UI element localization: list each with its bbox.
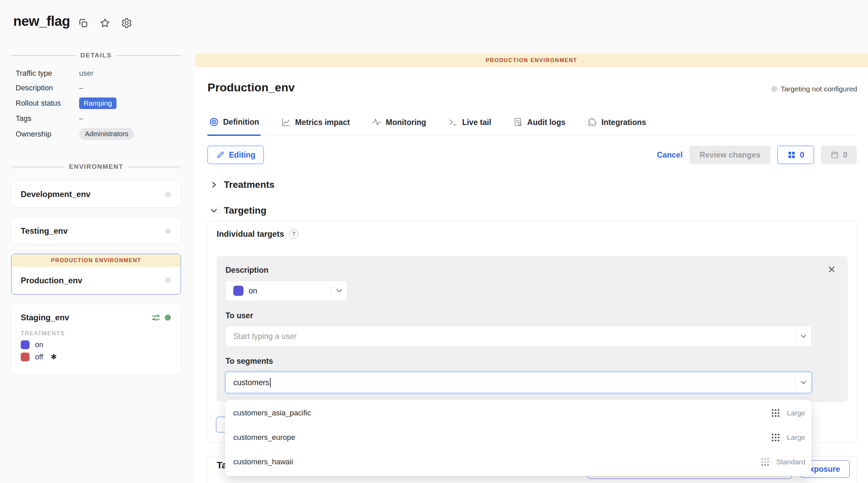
tab-live-tail[interactable]: Live tail [447, 114, 493, 135]
detail-row-description: Description – [16, 84, 175, 92]
tab-metrics-impact[interactable]: Metrics impact [279, 114, 351, 135]
details-divider: DETAILS [11, 52, 181, 59]
review-changes-label: Review changes [700, 150, 760, 160]
standard-segment-icon [760, 457, 770, 467]
treatments-section-header[interactable]: Treatments [210, 179, 274, 190]
detail-value: – [79, 84, 83, 92]
to-user-label: To user [225, 311, 253, 320]
segments-typed-value: customers [233, 378, 269, 387]
env-name: Staging_env [21, 313, 69, 322]
to-user-input-wrap [225, 326, 812, 347]
changes-count-button[interactable]: 0 [777, 146, 814, 164]
status-dot-icon [771, 86, 777, 92]
env-card-testing[interactable]: Testing_env [11, 218, 181, 244]
env-status-dot [165, 278, 171, 283]
app-root: new_flag DETAILS Traffic type user Descr… [0, 0, 868, 483]
pulse-icon [372, 117, 382, 127]
select-divider [331, 285, 331, 297]
tab-label: Audit logs [527, 118, 565, 127]
detail-label: Description [16, 84, 79, 92]
scheduled-count: 0 [843, 150, 848, 160]
banner-text: PRODUCTION ENVIRONMENT [486, 57, 577, 64]
detail-value: user [79, 69, 94, 78]
tab-label: Monitoring [386, 118, 426, 127]
segment-name: customers_asia_pacific [233, 409, 311, 417]
treatment-row-off: off ✱ [12, 349, 181, 361]
detail-row-traffic-type: Traffic type user [16, 69, 175, 78]
chevron-down-icon[interactable] [799, 378, 808, 387]
targeting-status: Targeting not configured [771, 85, 857, 93]
segment-size-label: Standard [776, 458, 805, 466]
chevron-down-icon[interactable] [799, 332, 808, 341]
copy-icon[interactable] [77, 17, 89, 29]
environment-heading: ENVIRONMENT [69, 163, 123, 171]
env-status-dot-active [165, 315, 171, 321]
segment-option-europe[interactable]: customers_europe Large [225, 425, 811, 450]
tab-audit-logs[interactable]: Audit logs [512, 114, 567, 135]
production-banner-text: PRODUCTION ENVIRONMENT [51, 257, 141, 264]
segment-name: customers_europe [233, 433, 295, 442]
select-divider [795, 376, 796, 389]
production-banner: PRODUCTION ENVIRONMENT [12, 254, 181, 267]
editing-button[interactable]: Editing [207, 146, 264, 164]
chevron-right-icon [210, 180, 218, 189]
to-segments-label: To segments [225, 357, 273, 366]
text-caret [270, 378, 271, 387]
env-status-dot [165, 192, 171, 197]
treatment-label: off [35, 353, 43, 361]
tab-definition[interactable]: Definition [207, 114, 260, 136]
env-name: Production_env [21, 276, 82, 285]
chevron-down-icon[interactable] [335, 286, 344, 295]
env-status-dot [165, 228, 171, 234]
editing-label: Editing [229, 150, 255, 160]
env-card-production[interactable]: PRODUCTION ENVIRONMENT Production_env [11, 254, 181, 294]
segment-option-hawaii[interactable]: customers_hawaii Standard [225, 450, 811, 474]
to-segments-input[interactable]: customers [225, 372, 812, 393]
tab-label: Metrics impact [295, 118, 350, 127]
segment-dropdown: customers_asia_pacific Large customers_e… [225, 400, 811, 476]
star-icon[interactable] [99, 17, 111, 29]
env-name: Development_env [21, 190, 90, 199]
rollout-status-badge: Ramping [79, 97, 116, 109]
section-label: Targeting [224, 205, 266, 216]
treatment-select[interactable]: on [225, 281, 347, 301]
treatment-swatch-off [21, 353, 30, 361]
treatment-swatch-on [21, 340, 30, 349]
tab-integrations[interactable]: Integrations [586, 114, 648, 135]
env-card-development[interactable]: Development_env [11, 181, 181, 208]
audit-log-icon [513, 117, 523, 127]
treatment-row-on: on [12, 337, 181, 349]
description-label: Description [225, 266, 269, 275]
treatment-label: on [35, 340, 43, 349]
scheduled-count-button[interactable]: 0 [821, 146, 857, 164]
gear-icon[interactable] [121, 17, 132, 29]
target-icon [209, 117, 219, 127]
review-changes-button[interactable]: Review changes [689, 146, 771, 164]
terminal-icon [448, 117, 458, 127]
to-user-input[interactable] [226, 326, 795, 346]
chart-icon [281, 117, 291, 127]
detail-label: Rollout status [16, 99, 79, 108]
targeting-section-header[interactable]: Targeting [210, 205, 266, 216]
tab-monitoring[interactable]: Monitoring [370, 114, 428, 135]
tab-label: Live tail [462, 118, 491, 127]
detail-label: Tags [16, 114, 79, 123]
help-icon[interactable]: ? [289, 229, 299, 239]
detail-value: – [79, 114, 83, 123]
tab-label: Definition [223, 118, 259, 127]
page-title: new_flag [13, 14, 70, 29]
cancel-link[interactable]: Cancel [657, 150, 683, 160]
calendar-icon [830, 150, 839, 159]
ownership-pill: Administrators [79, 128, 134, 140]
detail-label: Traffic type [16, 69, 79, 78]
env-card-staging[interactable]: Staging_env TREATMENTS on off ✱ [11, 304, 181, 375]
individual-targets-label: Individual targets [217, 229, 284, 239]
select-divider [795, 330, 796, 342]
changes-count: 0 [800, 150, 804, 160]
default-treatment-icon: ✱ [51, 353, 57, 361]
sync-arrows-icon [151, 314, 161, 322]
segment-size-label: Large [787, 409, 805, 417]
environment-title: Production_env [207, 81, 295, 94]
segment-option-asia-pacific[interactable]: customers_asia_pacific Large [225, 401, 811, 425]
close-icon[interactable] [827, 265, 836, 274]
